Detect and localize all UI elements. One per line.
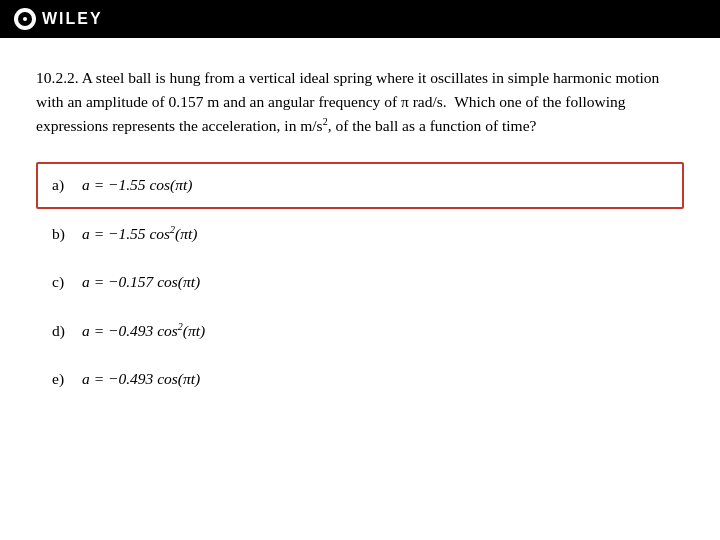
options-list: a) a = −1.55 cos(πt) b) a = −1.55 cos2(π… <box>36 162 684 403</box>
wiley-circle-icon <box>14 8 36 30</box>
option-e[interactable]: e) a = −0.493 cos(πt) <box>36 356 684 402</box>
option-b[interactable]: b) a = −1.55 cos2(πt) <box>36 211 684 258</box>
option-a-formula: a = −1.55 cos(πt) <box>82 174 193 196</box>
wiley-logo-text: WILEY <box>42 10 103 28</box>
option-b-label: b) <box>52 223 72 245</box>
option-b-formula: a = −1.55 cos2(πt) <box>82 223 198 246</box>
option-a-label: a) <box>52 174 72 196</box>
option-c-label: c) <box>52 271 72 293</box>
header: WILEY <box>0 0 720 38</box>
option-e-label: e) <box>52 368 72 390</box>
option-a[interactable]: a) a = −1.55 cos(πt) <box>36 162 684 208</box>
question-text: 10.2.2. A steel ball is hung from a vert… <box>36 66 684 138</box>
main-content: 10.2.2. A steel ball is hung from a vert… <box>0 38 720 425</box>
question-number: 10.2.2. <box>36 69 79 86</box>
option-c-formula: a = −0.157 cos(πt) <box>82 271 200 293</box>
option-d-formula: a = −0.493 cos2(πt) <box>82 320 205 343</box>
wiley-logo: WILEY <box>14 8 103 30</box>
option-d-label: d) <box>52 320 72 342</box>
option-e-formula: a = −0.493 cos(πt) <box>82 368 200 390</box>
option-d[interactable]: d) a = −0.493 cos2(πt) <box>36 308 684 355</box>
option-c[interactable]: c) a = −0.157 cos(πt) <box>36 259 684 305</box>
